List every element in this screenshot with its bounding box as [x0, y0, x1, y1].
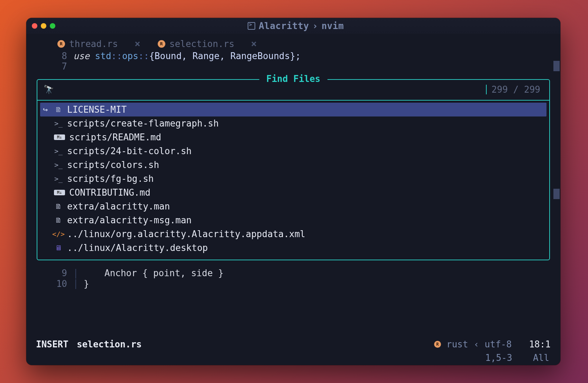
terminal-icon: [248, 22, 255, 30]
md-icon: M↓: [54, 190, 65, 195]
selection-arrow-icon: ↪: [43, 105, 50, 114]
window-title: Alacritty › nvim: [59, 21, 533, 31]
rust-icon: R: [434, 341, 441, 348]
tab-label: thread.rs: [69, 39, 118, 49]
scroll-mark: [553, 61, 560, 71]
list-item[interactable]: ↪🗎LICENSE-MIT: [40, 103, 546, 116]
sh-icon: >_: [54, 119, 63, 128]
panel-title: Find Files: [259, 74, 328, 84]
list-item[interactable]: 🖥../linux/Alacritty.desktop: [40, 241, 546, 255]
md-icon: M↓: [54, 134, 65, 140]
title-separator: ›: [312, 21, 318, 31]
file-icon: 🗎: [54, 216, 63, 224]
line-number: 10: [26, 279, 73, 289]
text-cursor: [486, 85, 487, 94]
rust-icon: R: [158, 40, 165, 48]
file-path: extra/alacritty.man: [67, 201, 170, 212]
line-number: 8: [26, 51, 73, 61]
ruler-scroll: All: [533, 353, 549, 363]
close-traffic-light[interactable]: [32, 23, 37, 29]
status-position: 18:1: [529, 339, 551, 349]
status-filetype: rust: [447, 339, 468, 349]
tab-thread[interactable]: R thread.rs ×: [57, 38, 140, 49]
code-area-top: 8 use std::ops::{Bound, Range, RangeBoun…: [26, 49, 560, 72]
file-path: scripts/fg-bg.sh: [67, 174, 154, 184]
status-line: INSERT selection.rs R rust ‹ utf-8 18:1: [26, 337, 560, 351]
file-path: scripts/README.md: [69, 132, 161, 142]
list-item[interactable]: 🗎extra/alacritty.man: [40, 199, 546, 213]
search-input[interactable]: [59, 83, 480, 96]
find-files-panel: Find Files 🔭 299 / 299 ↪🗎LICENSE-MIT>_sc…: [37, 79, 550, 260]
buffer-tabs: R thread.rs × R selection.rs ×: [26, 34, 560, 49]
list-item[interactable]: >_scripts/create-flamegraph.sh: [40, 116, 546, 130]
scroll-mark: [553, 189, 560, 199]
list-item[interactable]: >_scripts/colors.sh: [40, 158, 546, 172]
file-path: ../linux/Alacritty.desktop: [67, 243, 208, 253]
sh-icon: >_: [54, 147, 63, 155]
sh-icon: >_: [54, 161, 63, 169]
file-icon: 🗎: [54, 202, 63, 211]
code-text: }: [84, 279, 89, 289]
zoom-traffic-light[interactable]: [50, 23, 55, 29]
terminal-window: Alacritty › nvim R thread.rs × R selecti…: [26, 18, 560, 365]
title-process: nvim: [321, 21, 344, 31]
status-separator: ‹: [474, 339, 479, 349]
desktop-icon: 🖥: [54, 244, 63, 252]
file-path: scripts/create-flamegraph.sh: [67, 118, 219, 129]
file-icon: 🗎: [54, 105, 63, 114]
list-item[interactable]: M↓CONTRIBUTING.md: [40, 186, 546, 199]
scrollbar-marks: [553, 61, 560, 199]
result-counter: 299 / 299: [491, 84, 543, 95]
telescope-icon: 🔭: [44, 85, 54, 94]
sub-status: 1,5-3 All: [485, 353, 549, 363]
line-number: 9: [26, 268, 73, 279]
list-item[interactable]: >_scripts/fg-bg.sh: [40, 172, 546, 186]
title-app: Alacritty: [259, 21, 309, 31]
minimize-traffic-light[interactable]: [41, 23, 46, 29]
close-icon[interactable]: ×: [251, 38, 257, 49]
ruler-pos: 1,5-3: [485, 353, 512, 363]
results-list: ↪🗎LICENSE-MIT>_scripts/create-flamegraph…: [37, 101, 549, 260]
code-line: use std::ops::{Bound, Range, RangeBounds…: [73, 51, 560, 61]
tab-label: selection.rs: [169, 39, 235, 49]
list-item[interactable]: >_scripts/24-bit-color.sh: [40, 144, 546, 158]
line-number: 7: [26, 61, 73, 72]
titlebar: Alacritty › nvim: [26, 18, 560, 34]
code-text: Anchor { point, side }: [84, 268, 223, 278]
vim-mode: INSERT: [36, 339, 68, 349]
list-item[interactable]: </> ../linux/org.alacritty.Alacritty.app…: [40, 227, 546, 241]
file-path: scripts/colors.sh: [67, 160, 159, 170]
status-encoding: utf-8: [485, 339, 512, 349]
file-path: LICENSE-MIT: [67, 104, 127, 115]
xml-icon: </>: [54, 230, 63, 238]
code-area-below: 9 Anchor { point, side } 10 }: [26, 260, 560, 289]
file-path: extra/alacritty-msg.man: [67, 215, 192, 225]
close-icon[interactable]: ×: [135, 38, 140, 49]
sh-icon: >_: [54, 175, 63, 183]
list-item[interactable]: M↓scripts/README.md: [40, 130, 546, 144]
list-item[interactable]: 🗎extra/alacritty-msg.man: [40, 213, 546, 227]
status-filename: selection.rs: [77, 339, 142, 349]
file-path: scripts/24-bit-color.sh: [67, 146, 192, 156]
file-path: CONTRIBUTING.md: [69, 187, 150, 198]
rust-icon: R: [57, 40, 65, 48]
file-path: ../linux/org.alacritty.Alacritty.appdata…: [67, 229, 305, 239]
tab-selection[interactable]: R selection.rs ×: [158, 38, 257, 49]
